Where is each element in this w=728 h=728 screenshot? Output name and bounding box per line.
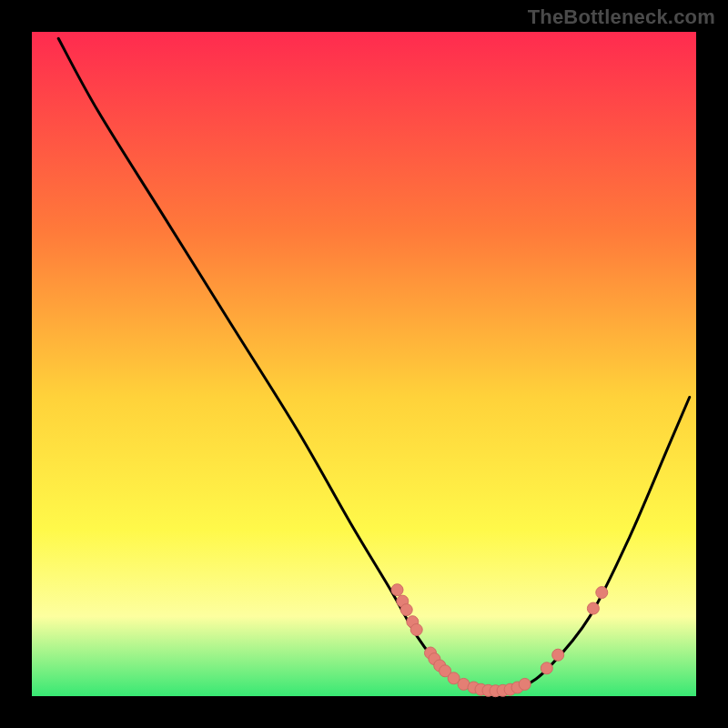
data-marker bbox=[541, 662, 552, 674]
data-marker bbox=[519, 678, 531, 690]
data-marker bbox=[587, 602, 599, 614]
bottleneck-chart bbox=[0, 0, 728, 728]
data-marker bbox=[391, 584, 403, 596]
data-marker bbox=[410, 624, 422, 636]
data-marker bbox=[400, 604, 412, 616]
chart-frame: TheBottleneck.com bbox=[0, 0, 728, 728]
data-marker bbox=[552, 649, 564, 661]
data-marker bbox=[596, 587, 608, 599]
watermark-text: TheBottleneck.com bbox=[528, 5, 715, 29]
plot-background bbox=[32, 32, 696, 696]
